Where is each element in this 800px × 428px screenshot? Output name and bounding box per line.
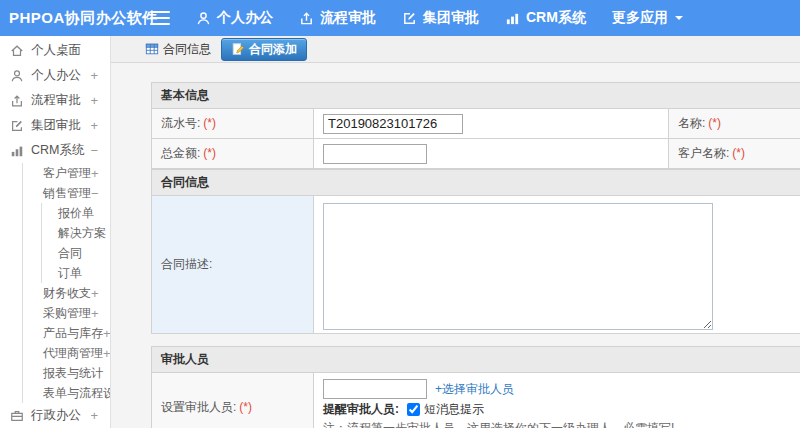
app-logo: PHPOA协同办公软件 [0, 9, 150, 28]
chart-icon [10, 144, 24, 158]
nav-label: 个人办公 [217, 9, 273, 27]
nav-crm-system[interactable]: CRM系统 [505, 9, 586, 27]
required-mark: (*) [203, 116, 216, 130]
nav-label: 流程审批 [320, 9, 376, 27]
table-row: 总金额:(*) 客户名称:(*) [152, 139, 800, 169]
sidebar-item-contract[interactable]: 合同 [42, 243, 110, 263]
required-mark: (*) [239, 400, 252, 414]
sidebar-item-purchase[interactable]: 采购管理 + [23, 303, 110, 323]
sidebar-item-form-flow-settings[interactable]: 表单与流程设置 + [23, 383, 110, 403]
approver-input[interactable] [323, 379, 427, 399]
approver-cell: +选择审批人员 提醒审批人员: 短消息提示 注：流程第一步审批人员，这里选择你的… [314, 373, 800, 428]
section-gap [151, 334, 800, 346]
sidebar-item-sales-mgmt[interactable]: 销售管理 − [23, 183, 110, 203]
table-row: 设置审批人员:(*) +选择审批人员 提醒审批人员: 短消息提示 注：流程第一步… [152, 373, 800, 428]
nav-label: CRM系统 [526, 9, 586, 27]
pencil-icon [231, 42, 245, 56]
total-amount-cell [314, 139, 669, 169]
choose-approver-link[interactable]: +选择审批人员 [435, 381, 514, 398]
set-approver-label: 设置审批人员:(*) [152, 373, 314, 428]
sidebar-item-agent-mgmt[interactable]: 代理商管理 + [23, 343, 110, 363]
sales-submenu: 报价单 解决方案 合同 订单 [41, 203, 110, 283]
tab-contract-info[interactable]: 合同信息 [139, 38, 217, 61]
required-mark: (*) [732, 146, 745, 160]
sidebar-item-personal-desktop[interactable]: 个人桌面 [0, 38, 110, 63]
contract-description-label: 合同描述: [152, 196, 314, 334]
sidebar-item-finance[interactable]: 财务收支 + [23, 283, 110, 303]
sidebar-item-customer-mgmt[interactable]: 客户管理 + [23, 163, 110, 183]
user-icon [10, 69, 24, 83]
content-area: 合同信息 合同添加 基本信息 流水号:(*) [111, 36, 800, 428]
serial-number-cell [314, 109, 669, 139]
tab-bar: 合同信息 合同添加 [111, 36, 800, 63]
sidebar-item-reports[interactable]: 报表与统计 [23, 363, 110, 383]
tab-label: 合同添加 [249, 41, 297, 58]
required-mark: (*) [203, 146, 216, 160]
approver-table: 审批人员 设置审批人员:(*) +选择审批人员 提醒审批人员: 短消息 [151, 346, 800, 428]
section-title-contract: 合同信息 [152, 170, 800, 196]
sidebar: 个人桌面 个人办公 + 流程审批 + 集团审批 + CRM系统 − 客户管理 + [0, 36, 111, 428]
hamburger-icon[interactable] [150, 11, 170, 25]
sidebar-item-order[interactable]: 订单 [42, 263, 110, 283]
edit-icon [10, 119, 24, 133]
briefcase-icon [10, 409, 24, 423]
top-nav-menu: 个人办公 流程审批 集团审批 CRM系统 更多应用 [196, 9, 709, 27]
approver-note: 注：流程第一步审批人员，这里选择你的下一级办理人，必需填写! [323, 420, 800, 428]
nav-more-apps[interactable]: 更多应用 [612, 9, 683, 27]
section-title-approver: 审批人员 [152, 347, 800, 373]
serial-number-input[interactable] [323, 114, 463, 134]
table-row: 流水号:(*) 名称:(*) [152, 109, 800, 139]
section-title-basic: 基本信息 [152, 83, 800, 109]
sidebar-item-admin-office[interactable]: 行政办公 + [0, 403, 110, 428]
table-row: 合同描述: [152, 196, 800, 334]
caret-down-icon [675, 16, 683, 24]
contract-description-textarea[interactable] [323, 203, 713, 330]
tab-label: 合同信息 [163, 41, 211, 58]
sidebar-item-solution[interactable]: 解决方案 [42, 223, 110, 243]
nav-workflow-approval[interactable]: 流程审批 [299, 9, 376, 27]
sms-remind-label: 短消息提示 [424, 401, 484, 418]
sidebar-item-workflow-approval[interactable]: 流程审批 + [0, 88, 110, 113]
customer-name-label: 客户名称:(*) [669, 139, 800, 169]
sidebar-item-group-approval[interactable]: 集团审批 + [0, 113, 110, 138]
basic-info-table: 基本信息 流水号:(*) 名称:(*) 总金额:(*) [151, 82, 800, 169]
sidebar-item-quotation[interactable]: 报价单 [42, 203, 110, 223]
sidebar-item-crm[interactable]: CRM系统 − [0, 138, 110, 163]
sidebar-item-product-inventory[interactable]: 产品与库存 + [23, 323, 110, 343]
crm-submenu: 客户管理 + 销售管理 − 报价单 解决方案 合同 订单 [22, 163, 110, 403]
top-navbar: PHPOA协同办公软件 个人办公 流程审批 集团审批 CRM系统 更多应用 [0, 0, 800, 36]
remind-approver-label: 提醒审批人员: [323, 401, 399, 418]
total-amount-label: 总金额:(*) [152, 139, 314, 169]
name-label: 名称:(*) [669, 109, 800, 139]
total-amount-input[interactable] [323, 144, 427, 164]
chart-icon [505, 11, 520, 26]
flow-icon [10, 94, 24, 108]
sms-remind-checkbox[interactable] [407, 403, 420, 416]
sidebar-item-personal-office[interactable]: 个人办公 + [0, 63, 110, 88]
phpoa-app: { "header": { "logo": "PHPOA协同办公软件", "na… [0, 0, 800, 428]
nav-personal-office[interactable]: 个人办公 [196, 9, 273, 27]
serial-number-label: 流水号:(*) [152, 109, 314, 139]
contract-info-table: 合同信息 合同描述: [151, 169, 800, 334]
contract-description-cell [314, 196, 800, 334]
nav-label: 更多应用 [612, 9, 668, 27]
nav-group-approval[interactable]: 集团审批 [402, 9, 479, 27]
table-icon [145, 42, 159, 56]
required-mark: (*) [708, 116, 721, 130]
flow-icon [299, 11, 314, 26]
form-area: 基本信息 流水号:(*) 名称:(*) 总金额:(*) [111, 63, 800, 428]
tab-contract-add[interactable]: 合同添加 [221, 38, 307, 61]
edit-icon [402, 11, 417, 26]
nav-label: 集团审批 [423, 9, 479, 27]
home-icon [10, 44, 24, 58]
user-icon [196, 11, 211, 26]
